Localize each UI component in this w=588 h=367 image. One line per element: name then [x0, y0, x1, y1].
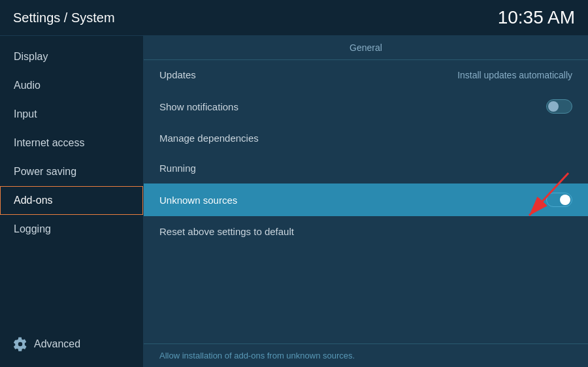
header: Settings / System 10:35 AM [0, 0, 588, 36]
sidebar-item-display[interactable]: Display [0, 42, 143, 71]
content-area: General Updates Install updates automati… [144, 36, 588, 367]
setting-row-reset[interactable]: Reset above settings to default [144, 217, 588, 247]
section-header: General [144, 36, 588, 60]
sidebar-item-internet-access[interactable]: Internet access [0, 129, 143, 157]
sidebar: Display Audio Input Internet access Powe… [0, 36, 144, 367]
footer-text: Allow installation of add-ons from unkno… [144, 343, 588, 367]
settings-list: Updates Install updates automatically Sh… [144, 60, 588, 343]
setting-row-unknown-sources[interactable]: Unknown sources [144, 184, 588, 217]
show-notifications-toggle[interactable] [546, 99, 572, 114]
sidebar-item-input[interactable]: Input [0, 100, 143, 129]
gear-icon [13, 337, 27, 351]
page-title: Settings / System [13, 10, 115, 25]
updates-value: Install updates automatically [457, 70, 572, 80]
sidebar-item-add-ons[interactable]: Add-ons [0, 186, 143, 215]
toggle-knob [548, 101, 559, 112]
toggle-knob-on [560, 195, 570, 205]
advanced-label: Advanced [34, 338, 80, 350]
unknown-sources-label: Unknown sources [159, 195, 237, 206]
setting-row-show-notifications[interactable]: Show notifications [144, 90, 588, 123]
advanced-section[interactable]: Advanced [0, 328, 143, 360]
sidebar-item-audio[interactable]: Audio [0, 71, 143, 100]
updates-label: Updates [159, 69, 196, 80]
setting-row-updates[interactable]: Updates Install updates automatically [144, 60, 588, 90]
reset-label: Reset above settings to default [159, 226, 294, 237]
unknown-sources-toggle[interactable] [546, 193, 572, 207]
setting-row-running[interactable]: Running [144, 153, 588, 184]
setting-row-manage-dependencies[interactable]: Manage dependencies [144, 123, 588, 153]
sidebar-item-logging[interactable]: Logging [0, 215, 143, 244]
sidebar-item-power-saving[interactable]: Power saving [0, 157, 143, 186]
main-layout: Display Audio Input Internet access Powe… [0, 36, 588, 367]
manage-dependencies-label: Manage dependencies [159, 133, 259, 144]
clock: 10:35 AM [498, 7, 575, 28]
show-notifications-label: Show notifications [159, 101, 238, 112]
running-label: Running [159, 163, 196, 174]
